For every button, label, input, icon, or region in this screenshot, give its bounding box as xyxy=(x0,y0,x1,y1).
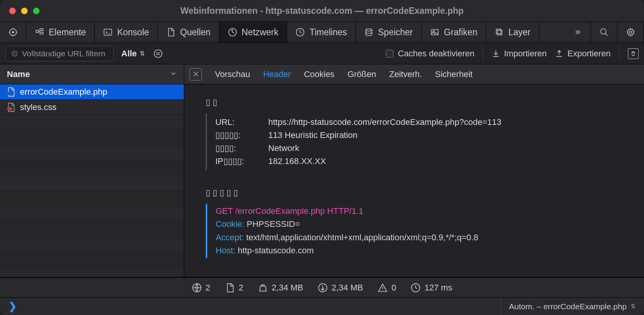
detail-tab-timing[interactable]: Zeitverh. xyxy=(389,69,422,79)
export-label: Exportieren xyxy=(567,49,611,59)
request-headers-block: GET /errorCodeExample.php HTTP/1.1 Cooki… xyxy=(206,204,623,258)
detail-tab-sizes[interactable]: Größen xyxy=(347,69,376,79)
type-filter-dropdown[interactable]: Alle ⇅ xyxy=(121,49,145,59)
stat-time: 127 ms xyxy=(411,283,452,293)
request-name: errorCodeExample.php xyxy=(20,87,107,97)
tab-elements[interactable]: Elemente xyxy=(26,22,95,43)
clear-network-button[interactable] xyxy=(628,48,639,59)
devtools-toolbar: Elemente Konsole Quellen Netzwerk Timeli… xyxy=(0,21,644,43)
detail-tab-cookies[interactable]: Cookies xyxy=(304,69,334,79)
tab-graphics[interactable]: Grafiken xyxy=(422,22,486,43)
detail-tab-header[interactable]: Header xyxy=(263,69,291,79)
request-line: GET /errorCodeExample.php HTTP/1.1 xyxy=(216,205,623,218)
context-label: Autom. – errorCodeExample.php xyxy=(509,302,627,311)
stat-errors-value: 0 xyxy=(391,283,396,293)
detail-tab-preview[interactable]: Vorschau xyxy=(215,69,250,79)
tab-timelines[interactable]: Timelines xyxy=(287,22,356,43)
close-details-button[interactable]: ✕ xyxy=(190,68,202,80)
search-button[interactable] xyxy=(591,22,618,43)
main-content: Name errorCodeExample.phpstyles.css ✕ Vo… xyxy=(0,64,644,277)
header-value: text/html,application/xhtml+xml,applicat… xyxy=(246,233,478,242)
tab-console[interactable]: Konsole xyxy=(95,22,158,43)
request-list: Name errorCodeExample.phpstyles.css xyxy=(0,64,184,277)
request-row[interactable]: errorCodeExample.php xyxy=(0,84,184,100)
stat-resources: 2 xyxy=(225,283,243,293)
tab-label: Quellen xyxy=(180,27,210,38)
chevron-down-icon xyxy=(170,69,177,79)
request-header-line: Host: http-statuscode.com xyxy=(216,244,623,257)
tab-network[interactable]: Netzwerk xyxy=(220,22,287,43)
svg-rect-4 xyxy=(40,32,43,34)
summary-block: URL: https://http-statuscode.com/errorCo… xyxy=(206,113,623,170)
window-minimize-button[interactable] xyxy=(21,8,28,14)
svg-rect-18 xyxy=(7,107,12,110)
status-value: 113 Heuristic Expiration xyxy=(268,129,357,142)
stat-domains: 2 xyxy=(192,283,210,293)
svg-rect-11 xyxy=(497,30,502,35)
url-label: URL: xyxy=(215,116,261,129)
window-close-button[interactable] xyxy=(9,8,16,14)
request-details: ✕ Vorschau Header Cookies Größen Zeitver… xyxy=(184,64,644,277)
filter-placeholder: Vollständige URL filtern xyxy=(22,49,106,58)
settings-button[interactable] xyxy=(618,22,644,43)
stat-resources-value: 2 xyxy=(239,283,243,293)
detail-tabs: ✕ Vorschau Header Cookies Größen Zeitver… xyxy=(184,64,644,84)
stat-domains-value: 2 xyxy=(206,283,210,293)
status-label: ▯▯▯▯▯: xyxy=(215,129,261,142)
stat-errors: 0 xyxy=(378,283,396,293)
php-file-icon xyxy=(7,87,15,97)
svg-point-13 xyxy=(601,29,606,34)
tab-overflow-button[interactable] xyxy=(565,22,591,43)
svg-point-8 xyxy=(366,29,372,31)
chevron-updown-icon: ⇅ xyxy=(140,50,145,57)
separator xyxy=(619,47,619,61)
tab-label: Elemente xyxy=(49,27,86,38)
header-key: Host: xyxy=(216,246,238,255)
stat-transferred-value: 2,34 MB xyxy=(332,283,363,293)
inspect-element-button[interactable] xyxy=(0,22,26,43)
svg-rect-2 xyxy=(36,30,38,33)
url-filter-input[interactable]: Vollständige URL filtern xyxy=(5,46,114,61)
svg-rect-3 xyxy=(40,29,43,31)
ip-label: IP▯▯▯▯: xyxy=(215,155,261,168)
header-key: Cookie: xyxy=(216,219,247,229)
empty-row xyxy=(0,161,184,176)
console-prompt-icon: ❯ xyxy=(8,300,17,312)
tab-label: Netzwerk xyxy=(242,27,279,38)
disable-caches-label: Caches deaktivieren xyxy=(398,49,474,59)
network-statusbar: 2 2 2,34 MB 2,34 MB 0 127 ms xyxy=(0,277,644,297)
tab-sources[interactable]: Quellen xyxy=(158,22,219,43)
tab-storage[interactable]: Speicher xyxy=(356,22,422,43)
chevron-updown-icon: ⇅ xyxy=(631,303,636,310)
import-button[interactable]: Importieren xyxy=(492,49,547,59)
source-value: Network xyxy=(268,142,299,155)
disable-caches-checkbox[interactable] xyxy=(386,50,393,57)
header-value: http-statuscode.com xyxy=(238,246,314,255)
execution-context-selector[interactable]: Autom. – errorCodeExample.php ⇅ xyxy=(501,298,636,315)
group-button[interactable] xyxy=(152,49,164,58)
window-zoom-button[interactable] xyxy=(33,8,40,14)
request-header-line: Cookie: PHPSESSID= xyxy=(216,218,623,231)
empty-row xyxy=(0,222,184,238)
console-bar[interactable]: ❯ Autom. – errorCodeExample.php ⇅ xyxy=(0,297,644,315)
empty-row xyxy=(0,253,184,268)
request-row[interactable]: styles.css xyxy=(0,100,184,115)
request-name: styles.css xyxy=(20,102,56,112)
column-header-name[interactable]: Name xyxy=(0,64,184,84)
request-section-title: ▯▯▯▯▯ xyxy=(206,188,623,198)
titlebar: Webinformationen - http-statuscode.com —… xyxy=(0,0,644,21)
header-value: PHPSESSID= xyxy=(247,219,300,229)
empty-row xyxy=(0,130,184,146)
svg-point-16 xyxy=(154,50,162,57)
tab-label: Layer xyxy=(509,27,531,38)
summary-section-title: ▯▯ xyxy=(206,97,623,107)
stat-size: 2,34 MB xyxy=(258,283,303,293)
tab-layers[interactable]: Layer xyxy=(486,22,540,43)
header-key: Accept: xyxy=(216,233,246,242)
export-button[interactable]: Exportieren xyxy=(555,49,611,59)
empty-row xyxy=(0,146,184,161)
detail-tab-security[interactable]: Sicherheit xyxy=(435,69,473,79)
empty-row xyxy=(0,192,184,207)
separator xyxy=(483,47,483,61)
svg-rect-17 xyxy=(7,92,12,95)
